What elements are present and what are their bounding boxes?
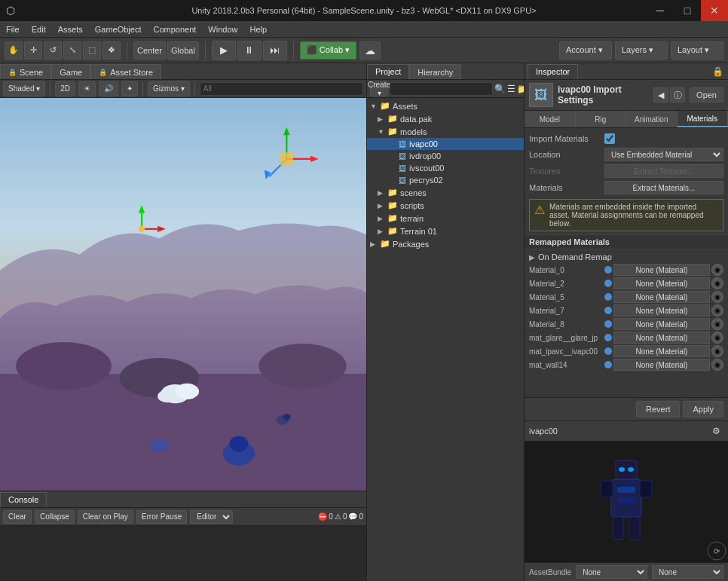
tree-item-packages[interactable]: ▶ 📁 Packages (367, 237, 524, 250)
tree-item-models[interactable]: ▼ 📁 models (367, 125, 524, 138)
on-demand-remap[interactable]: ▶ On Demand Remap (525, 251, 728, 263)
scene-search-input[interactable] (200, 82, 363, 96)
project-tree[interactable]: ▼ 📁 Assets ▶ 📁 data.pak ▼ 📁 models (367, 98, 524, 581)
move-tool-button[interactable]: ✛ (24, 41, 42, 60)
console-content[interactable] (0, 526, 366, 581)
close-button[interactable]: ✕ (701, 0, 728, 21)
collapse-button[interactable]: Collapse (35, 510, 75, 524)
asset-store-tab[interactable]: 🔒 Asset Store (90, 64, 161, 79)
hand-tool-button[interactable]: ✋ (5, 41, 23, 60)
inspector-tab[interactable]: Inspector (528, 64, 578, 79)
mat-select-button[interactable]: ◉ (711, 304, 723, 316)
extract-materials-button[interactable]: Extract Materials... (604, 181, 723, 194)
mat-select-button[interactable]: ◉ (711, 291, 723, 303)
account-dropdown[interactable]: Account ▾ (559, 41, 612, 60)
model-tab[interactable]: Model (525, 111, 576, 127)
pause-button[interactable]: ⏸ (237, 41, 262, 60)
2d-toggle[interactable]: 2D (55, 81, 75, 96)
transform-tool-button[interactable]: ❖ (102, 41, 121, 60)
inspector-content[interactable]: Import Materials Location Use Embedded M… (525, 128, 728, 397)
tree-item-ivdrop00[interactable]: 🖼 ivdrop00 (367, 150, 524, 162)
game-tab[interactable]: Game (51, 64, 90, 79)
asset-bundle-dropdown[interactable]: None (576, 565, 647, 579)
lock-toggle-button[interactable]: 🔒 (710, 64, 725, 79)
tree-item-assets[interactable]: ▼ 📁 Assets (367, 99, 524, 112)
folder-icon-btn[interactable]: 📁 (517, 81, 524, 96)
menu-item-file[interactable]: File (0, 23, 26, 35)
mat-field-button[interactable]: None (Material) (613, 332, 710, 344)
create-dropdown[interactable]: Create ▾ (370, 81, 388, 96)
rig-tab[interactable]: Rig (576, 111, 627, 127)
menu-item-edit[interactable]: Edit (26, 23, 52, 35)
mat-select-button[interactable]: ◉ (711, 332, 723, 344)
menu-item-component[interactable]: Component (147, 23, 202, 35)
project-tab[interactable]: Project (367, 64, 409, 79)
clear-on-play-button[interactable]: Clear on Play (78, 510, 133, 524)
menu-item-window[interactable]: Window (202, 23, 243, 35)
mat-field-button[interactable]: None (Material) (613, 304, 710, 316)
audio-toggle[interactable]: 🔊 (99, 81, 118, 96)
extract-textures-button[interactable]: Extract Textures... (604, 164, 723, 178)
menu-item-gameobject[interactable]: GameObject (89, 23, 148, 35)
select-button[interactable]: ◀ (653, 87, 668, 102)
mat-select-button[interactable]: ◉ (711, 264, 723, 276)
mat-field-button[interactable]: None (Material) (613, 291, 710, 303)
console-tab[interactable]: Console (0, 492, 47, 507)
step-button[interactable]: ⏭ (263, 41, 287, 60)
maximize-button[interactable]: □ (674, 0, 701, 21)
tree-item-ivscout00[interactable]: 🖼 ivscout00 (367, 162, 524, 174)
open-button[interactable]: Open (690, 87, 723, 102)
shaded-dropdown[interactable]: Shaded ▾ (3, 81, 45, 96)
revert-button[interactable]: Revert (636, 401, 680, 417)
cloud-button[interactable]: ☁ (359, 41, 381, 60)
layers-dropdown[interactable]: Layers ▾ (615, 41, 668, 60)
animation-tab[interactable]: Animation (626, 111, 678, 127)
asset-bundle-variant-dropdown[interactable]: None (652, 565, 723, 579)
rotate-tool-button[interactable]: ↺ (44, 41, 62, 60)
mat-select-button[interactable]: ◉ (711, 359, 723, 371)
tree-item-pecrys02[interactable]: 🖼 pecrys02 (367, 174, 524, 186)
tree-item-scripts[interactable]: ▶ 📁 scripts (367, 199, 524, 212)
tree-item-datapak[interactable]: ▶ 📁 data.pak (367, 112, 524, 125)
materials-tab[interactable]: Materials (678, 111, 729, 127)
menu-item-assets[interactable]: Assets (52, 23, 89, 35)
mat-select-button[interactable]: ◉ (711, 345, 723, 357)
minimize-button[interactable]: ─ (647, 0, 674, 21)
layout-dropdown[interactable]: Layout ▾ (671, 41, 723, 60)
project-search-input[interactable] (390, 82, 493, 96)
materials-value[interactable]: Extract Materials... (604, 181, 723, 194)
search-icon-btn[interactable]: 🔍 (494, 81, 506, 96)
location-dropdown[interactable]: Use Embedded Material (604, 148, 723, 161)
menu-item-help[interactable]: Help (243, 23, 273, 35)
location-value[interactable]: Use Embedded Material (604, 148, 723, 161)
tree-item-terrain[interactable]: ▶ 📁 terrain (367, 212, 524, 225)
play-button[interactable]: ▶ (212, 41, 236, 60)
apply-button[interactable]: Apply (683, 401, 723, 417)
rect-tool-button[interactable]: ⬚ (83, 41, 101, 60)
tree-item-ivapc00[interactable]: 🖼 ivapc00 (367, 138, 524, 150)
lighting-toggle[interactable]: ☀ (78, 81, 96, 96)
preview-settings-button[interactable]: ⚙ (708, 424, 723, 439)
effects-toggle[interactable]: ✦ (121, 81, 138, 96)
editor-dropdown[interactable]: Editor (190, 510, 233, 524)
center-button[interactable]: Center (133, 41, 166, 60)
collab-button[interactable]: ⬛ Collab ▾ (300, 41, 356, 60)
mat-field-button[interactable]: None (Material) (613, 277, 710, 289)
info-button[interactable]: ⓘ (670, 87, 685, 102)
filter-icon-btn[interactable]: ☰ (507, 81, 515, 96)
scene-tab[interactable]: 🔒 Scene (0, 64, 51, 79)
hierarchy-tab[interactable]: Hierarchy (409, 64, 461, 79)
textures-value[interactable]: Extract Textures... (604, 164, 723, 178)
clear-button[interactable]: Clear (3, 510, 32, 524)
mat-select-button[interactable]: ◉ (711, 318, 723, 330)
scene-view[interactable] (0, 98, 366, 491)
gizmos-dropdown[interactable]: Gizmos ▾ (148, 81, 190, 96)
mat-field-button[interactable]: None (Material) (613, 264, 710, 276)
import-materials-checkbox[interactable] (604, 133, 615, 144)
mat-field-button[interactable]: None (Material) (613, 345, 710, 357)
mat-select-button[interactable]: ◉ (711, 277, 723, 289)
tree-item-scenes[interactable]: ▶ 📁 scenes (367, 186, 524, 199)
mat-field-button[interactable]: None (Material) (613, 318, 710, 330)
scale-tool-button[interactable]: ⤡ (63, 41, 81, 60)
global-button[interactable]: Global (167, 41, 199, 60)
